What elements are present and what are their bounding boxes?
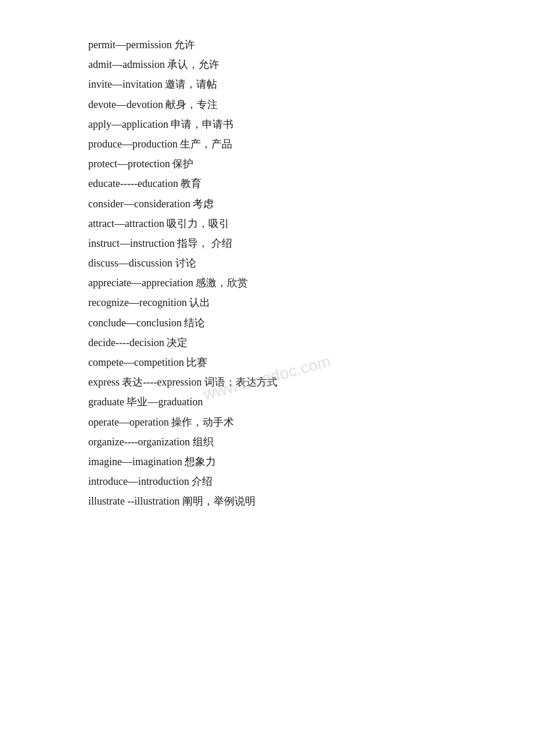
- word-item-attract: attract—attraction 吸引力，吸引: [88, 214, 446, 233]
- word-item-devote: devote—devotion 献身，专注: [88, 95, 446, 114]
- word-item-discuss: discuss—discussion 讨论: [88, 253, 446, 273]
- word-item-decide: decide----decision 决定: [88, 333, 446, 352]
- word-item-educate: educate-----education 教育: [88, 174, 446, 193]
- word-item-invite: invite—invitation 邀请，请帖: [88, 74, 446, 94]
- word-item-compete: compete—competition 比赛: [88, 352, 446, 372]
- word-list: permit—permission 允许admit—admission 承认，允…: [88, 35, 446, 512]
- word-item-protect: protect—protection 保护: [88, 154, 446, 174]
- word-item-conclude: conclude—conclusion 结论: [88, 313, 446, 333]
- word-item-produce: produce—production 生产，产品: [88, 134, 446, 154]
- word-item-express: express 表达----expression 词语；表达方式: [88, 372, 446, 392]
- word-item-instruct: instruct—instruction 指导， 介绍: [88, 233, 446, 253]
- word-item-operate: operate—operation 操作，动手术: [88, 412, 446, 432]
- word-item-recognize: recognize—recognition 认出: [88, 293, 446, 312]
- word-item-introduce: introduce—introduction 介绍: [88, 471, 446, 491]
- word-item-admit: admit—admission 承认，允许: [88, 55, 446, 74]
- word-item-imagine: imagine—imagination 想象力: [88, 452, 446, 471]
- word-item-organize: organize----organization 组织: [88, 432, 446, 452]
- word-item-graduate: graduate 毕业—graduation: [88, 392, 446, 412]
- word-item-consider: consider—consideration 考虑: [88, 194, 446, 214]
- word-item-apply: apply—application 申请，申请书: [88, 114, 446, 134]
- word-item-illustrate: illustrate --illustration 阐明，举例说明: [88, 491, 446, 511]
- word-item-appreciate: appreciate—appreciation 感激，欣赏: [88, 273, 446, 293]
- word-item-permit: permit—permission 允许: [88, 35, 446, 55]
